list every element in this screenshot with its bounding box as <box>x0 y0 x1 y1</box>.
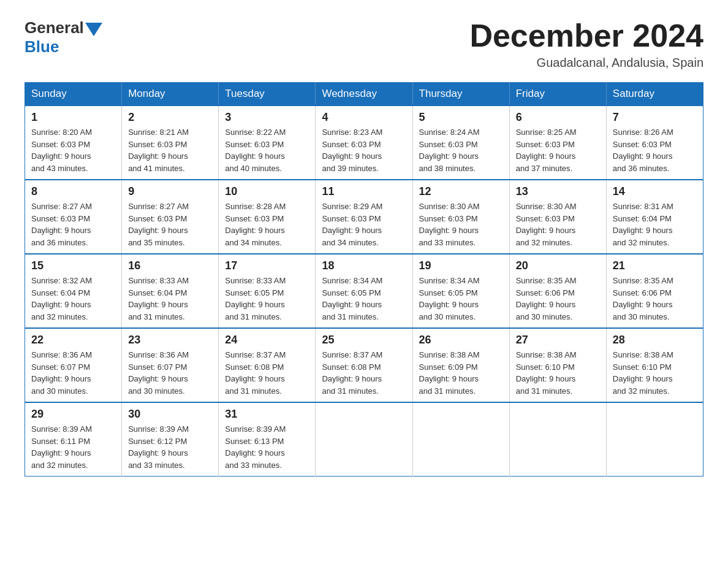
table-row: 28 Sunrise: 8:38 AM Sunset: 6:10 PM Dayl… <box>606 328 703 402</box>
day-info: Sunrise: 8:38 AM Sunset: 6:10 PM Dayligh… <box>613 349 697 397</box>
day-info: Sunrise: 8:20 AM Sunset: 6:03 PM Dayligh… <box>31 126 115 174</box>
day-number: 2 <box>128 111 212 124</box>
calendar-week-row: 29 Sunrise: 8:39 AM Sunset: 6:11 PM Dayl… <box>25 402 703 477</box>
day-number: 4 <box>322 111 406 124</box>
col-friday: Friday <box>509 83 606 106</box>
table-row: 20 Sunrise: 8:35 AM Sunset: 6:06 PM Dayl… <box>509 254 606 328</box>
day-number: 13 <box>516 185 600 198</box>
day-info: Sunrise: 8:27 AM Sunset: 6:03 PM Dayligh… <box>128 201 212 248</box>
table-row: 22 Sunrise: 8:36 AM Sunset: 6:07 PM Dayl… <box>25 328 122 402</box>
table-row: 25 Sunrise: 8:37 AM Sunset: 6:08 PM Dayl… <box>316 328 412 402</box>
table-row: 11 Sunrise: 8:29 AM Sunset: 6:03 PM Dayl… <box>316 180 412 254</box>
day-info: Sunrise: 8:39 AM Sunset: 6:13 PM Dayligh… <box>225 423 309 471</box>
table-row: 9 Sunrise: 8:27 AM Sunset: 6:03 PM Dayli… <box>122 180 219 254</box>
table-row: 26 Sunrise: 8:38 AM Sunset: 6:09 PM Dayl… <box>412 328 509 402</box>
day-number: 23 <box>128 334 212 347</box>
day-info: Sunrise: 8:25 AM Sunset: 6:03 PM Dayligh… <box>516 126 600 174</box>
day-number: 1 <box>31 111 115 124</box>
table-row: 8 Sunrise: 8:27 AM Sunset: 6:03 PM Dayli… <box>25 180 122 254</box>
month-title: December 2024 <box>469 18 703 53</box>
table-row: 17 Sunrise: 8:33 AM Sunset: 6:05 PM Dayl… <box>219 254 316 328</box>
calendar-week-row: 8 Sunrise: 8:27 AM Sunset: 6:03 PM Dayli… <box>25 180 703 254</box>
table-row <box>509 402 606 477</box>
col-thursday: Thursday <box>412 83 509 106</box>
day-info: Sunrise: 8:36 AM Sunset: 6:07 PM Dayligh… <box>128 349 212 397</box>
day-number: 21 <box>613 259 697 272</box>
location-subtitle: Guadalcanal, Andalusia, Spain <box>469 56 703 70</box>
table-row <box>606 402 703 477</box>
table-row: 5 Sunrise: 8:24 AM Sunset: 6:03 PM Dayli… <box>412 105 509 180</box>
calendar-week-row: 22 Sunrise: 8:36 AM Sunset: 6:07 PM Dayl… <box>25 328 703 402</box>
page-header: General Blue December 2024 Guadalcanal, … <box>25 18 703 70</box>
day-info: Sunrise: 8:26 AM Sunset: 6:03 PM Dayligh… <box>613 126 697 174</box>
day-info: Sunrise: 8:39 AM Sunset: 6:11 PM Dayligh… <box>31 423 115 471</box>
table-row: 2 Sunrise: 8:21 AM Sunset: 6:03 PM Dayli… <box>122 105 219 180</box>
day-info: Sunrise: 8:34 AM Sunset: 6:05 PM Dayligh… <box>322 275 406 323</box>
day-number: 22 <box>31 334 115 347</box>
table-row: 10 Sunrise: 8:28 AM Sunset: 6:03 PM Dayl… <box>219 180 316 254</box>
table-row: 18 Sunrise: 8:34 AM Sunset: 6:05 PM Dayl… <box>316 254 412 328</box>
day-info: Sunrise: 8:33 AM Sunset: 6:05 PM Dayligh… <box>225 275 309 323</box>
logo-general: General <box>25 18 84 37</box>
day-number: 15 <box>31 259 115 272</box>
table-row: 6 Sunrise: 8:25 AM Sunset: 6:03 PM Dayli… <box>509 105 606 180</box>
table-row: 16 Sunrise: 8:33 AM Sunset: 6:04 PM Dayl… <box>122 254 219 328</box>
table-row: 14 Sunrise: 8:31 AM Sunset: 6:04 PM Dayl… <box>606 180 703 254</box>
day-info: Sunrise: 8:28 AM Sunset: 6:03 PM Dayligh… <box>225 201 309 248</box>
table-row: 15 Sunrise: 8:32 AM Sunset: 6:04 PM Dayl… <box>25 254 122 328</box>
day-number: 28 <box>613 334 697 347</box>
day-info: Sunrise: 8:30 AM Sunset: 6:03 PM Dayligh… <box>419 201 503 248</box>
table-row: 29 Sunrise: 8:39 AM Sunset: 6:11 PM Dayl… <box>25 402 122 477</box>
day-number: 10 <box>225 185 309 198</box>
day-number: 8 <box>31 185 115 198</box>
day-number: 27 <box>516 334 600 347</box>
day-number: 25 <box>322 334 406 347</box>
day-info: Sunrise: 8:33 AM Sunset: 6:04 PM Dayligh… <box>128 275 212 323</box>
table-row <box>316 402 412 477</box>
logo-triangle-icon <box>85 23 102 36</box>
table-row: 7 Sunrise: 8:26 AM Sunset: 6:03 PM Dayli… <box>606 105 703 180</box>
table-row: 21 Sunrise: 8:35 AM Sunset: 6:06 PM Dayl… <box>606 254 703 328</box>
table-row: 3 Sunrise: 8:22 AM Sunset: 6:03 PM Dayli… <box>219 105 316 180</box>
day-info: Sunrise: 8:38 AM Sunset: 6:09 PM Dayligh… <box>419 349 503 397</box>
day-info: Sunrise: 8:34 AM Sunset: 6:05 PM Dayligh… <box>419 275 503 323</box>
day-info: Sunrise: 8:24 AM Sunset: 6:03 PM Dayligh… <box>419 126 503 174</box>
day-number: 30 <box>128 408 212 421</box>
col-saturday: Saturday <box>606 83 703 106</box>
day-number: 19 <box>419 259 503 272</box>
table-row: 19 Sunrise: 8:34 AM Sunset: 6:05 PM Dayl… <box>412 254 509 328</box>
table-row: 27 Sunrise: 8:38 AM Sunset: 6:10 PM Dayl… <box>509 328 606 402</box>
day-number: 24 <box>225 334 309 347</box>
calendar-week-row: 15 Sunrise: 8:32 AM Sunset: 6:04 PM Dayl… <box>25 254 703 328</box>
day-info: Sunrise: 8:36 AM Sunset: 6:07 PM Dayligh… <box>31 349 115 397</box>
day-number: 11 <box>322 185 406 198</box>
calendar-header-row: Sunday Monday Tuesday Wednesday Thursday… <box>25 83 703 106</box>
col-tuesday: Tuesday <box>219 83 316 106</box>
day-info: Sunrise: 8:37 AM Sunset: 6:08 PM Dayligh… <box>225 349 309 397</box>
day-number: 7 <box>613 111 697 124</box>
day-info: Sunrise: 8:23 AM Sunset: 6:03 PM Dayligh… <box>322 126 406 174</box>
day-info: Sunrise: 8:35 AM Sunset: 6:06 PM Dayligh… <box>613 275 697 323</box>
col-monday: Monday <box>122 83 219 106</box>
day-number: 6 <box>516 111 600 124</box>
day-number: 9 <box>128 185 212 198</box>
day-number: 17 <box>225 259 309 272</box>
table-row: 13 Sunrise: 8:30 AM Sunset: 6:03 PM Dayl… <box>509 180 606 254</box>
table-row: 12 Sunrise: 8:30 AM Sunset: 6:03 PM Dayl… <box>412 180 509 254</box>
day-info: Sunrise: 8:39 AM Sunset: 6:12 PM Dayligh… <box>128 423 212 471</box>
day-info: Sunrise: 8:30 AM Sunset: 6:03 PM Dayligh… <box>516 201 600 248</box>
table-row: 24 Sunrise: 8:37 AM Sunset: 6:08 PM Dayl… <box>219 328 316 402</box>
day-number: 3 <box>225 111 309 124</box>
calendar-week-row: 1 Sunrise: 8:20 AM Sunset: 6:03 PM Dayli… <box>25 105 703 180</box>
day-number: 31 <box>225 408 309 421</box>
title-block: December 2024 Guadalcanal, Andalusia, Sp… <box>469 18 703 70</box>
table-row: 31 Sunrise: 8:39 AM Sunset: 6:13 PM Dayl… <box>219 402 316 477</box>
calendar-table: Sunday Monday Tuesday Wednesday Thursday… <box>25 82 703 477</box>
day-number: 20 <box>516 259 600 272</box>
day-info: Sunrise: 8:22 AM Sunset: 6:03 PM Dayligh… <box>225 126 309 174</box>
table-row: 4 Sunrise: 8:23 AM Sunset: 6:03 PM Dayli… <box>316 105 412 180</box>
table-row: 30 Sunrise: 8:39 AM Sunset: 6:12 PM Dayl… <box>122 402 219 477</box>
logo-blue: Blue <box>25 37 59 56</box>
day-info: Sunrise: 8:27 AM Sunset: 6:03 PM Dayligh… <box>31 201 115 248</box>
day-info: Sunrise: 8:37 AM Sunset: 6:08 PM Dayligh… <box>322 349 406 397</box>
